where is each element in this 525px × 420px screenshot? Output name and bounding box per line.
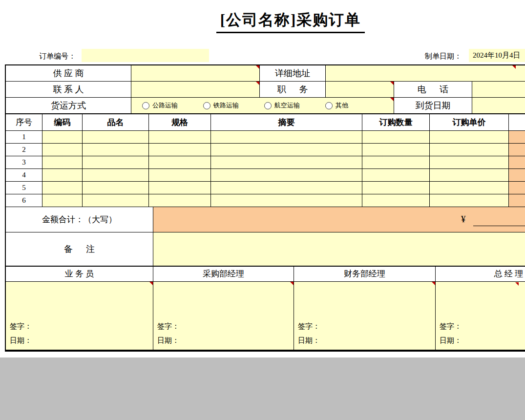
sign-label: 签字： bbox=[157, 322, 179, 330]
signature-box-purchasing[interactable]: 签字： 日期： bbox=[153, 282, 294, 350]
item-cell[interactable] bbox=[211, 169, 362, 182]
order-no-input[interactable] bbox=[82, 49, 209, 62]
arrival-date-label: 到货日期 bbox=[394, 98, 472, 114]
item-cell[interactable] bbox=[149, 131, 211, 144]
item-cell[interactable] bbox=[83, 194, 149, 207]
supplier-input[interactable] bbox=[131, 65, 260, 82]
approver-purchasing-label: 采购部经理 bbox=[153, 266, 294, 282]
amount-cell bbox=[509, 156, 525, 169]
sheet-background bbox=[0, 357, 525, 420]
item-cell[interactable] bbox=[362, 156, 430, 169]
item-row-number: 5 bbox=[6, 182, 42, 194]
item-cell[interactable] bbox=[430, 169, 509, 182]
item-cell[interactable] bbox=[430, 144, 509, 156]
item-cell[interactable] bbox=[42, 156, 83, 169]
item-cell[interactable] bbox=[211, 156, 362, 169]
comment-marker bbox=[515, 282, 519, 286]
item-cell[interactable] bbox=[211, 144, 362, 156]
item-cell[interactable] bbox=[149, 194, 211, 207]
phone-input[interactable] bbox=[472, 82, 525, 98]
radio-label: 其他 bbox=[336, 101, 348, 110]
order-no-label: 订单编号： bbox=[39, 52, 76, 61]
item-cell[interactable] bbox=[149, 144, 211, 156]
total-label: 金额合计：（大写） bbox=[6, 207, 153, 232]
item-cell[interactable] bbox=[211, 182, 362, 194]
approver-salesman-label: 业 务 员 bbox=[6, 266, 153, 282]
shipping-radio-rail[interactable]: 铁路运输 bbox=[203, 101, 239, 110]
item-cell[interactable] bbox=[42, 144, 83, 156]
signature-box-gm[interactable]: 签字： 日期： bbox=[436, 282, 525, 350]
date-value: 2024年10月4日 bbox=[473, 51, 521, 60]
radio-icon[interactable] bbox=[203, 102, 210, 109]
amount-cell bbox=[509, 131, 525, 144]
radio-icon[interactable] bbox=[325, 102, 333, 109]
item-cell[interactable] bbox=[83, 156, 149, 169]
item-cell[interactable] bbox=[83, 182, 149, 194]
item-row-number: 2 bbox=[6, 144, 42, 156]
item-header-name: 品名 bbox=[83, 114, 149, 131]
radio-icon[interactable] bbox=[142, 102, 149, 109]
sign-label: 签字： bbox=[298, 322, 320, 330]
comment-marker bbox=[256, 65, 259, 69]
item-cell[interactable] bbox=[149, 156, 211, 169]
phone-label: 电 话 bbox=[394, 82, 472, 98]
item-cell[interactable] bbox=[362, 131, 430, 144]
currency-symbol: ¥ bbox=[461, 214, 466, 225]
purchase-order-form: 供 应 商 详细地址 联 系 人 职 务 电 话 货运方式 公路运输 铁路运输 bbox=[5, 64, 525, 352]
page-title: [公司名称]采购订单 bbox=[0, 10, 525, 33]
item-cell[interactable] bbox=[42, 182, 83, 194]
contact-input[interactable] bbox=[131, 82, 260, 98]
item-cell[interactable] bbox=[83, 131, 149, 144]
item-cell[interactable] bbox=[42, 169, 83, 182]
item-cell[interactable] bbox=[430, 156, 509, 169]
radio-icon[interactable] bbox=[264, 102, 272, 109]
comment-marker bbox=[390, 98, 394, 101]
sign-date-label: 日期： bbox=[440, 336, 462, 344]
item-header-code: 编码 bbox=[42, 114, 83, 131]
date-input[interactable]: 2024年10月4日 bbox=[469, 49, 525, 62]
item-cell[interactable] bbox=[211, 131, 362, 144]
item-row-number: 3 bbox=[6, 156, 42, 169]
item-cell[interactable] bbox=[149, 182, 211, 194]
comment-marker bbox=[256, 82, 259, 85]
date-label: 制单日期： bbox=[425, 52, 462, 61]
item-cell[interactable] bbox=[362, 182, 430, 194]
item-row-number: 6 bbox=[6, 194, 42, 207]
address-input[interactable] bbox=[326, 65, 525, 82]
radio-label: 铁路运输 bbox=[213, 101, 239, 110]
shipping-radio-road[interactable]: 公路运输 bbox=[142, 101, 178, 110]
shipping-radio-air[interactable]: 航空运输 bbox=[264, 101, 300, 110]
supplier-label: 供 应 商 bbox=[6, 65, 131, 82]
item-row-number: 4 bbox=[6, 169, 42, 182]
comment-marker bbox=[149, 282, 153, 285]
signature-box-salesman[interactable]: 签字： 日期： bbox=[6, 282, 153, 350]
item-cell[interactable] bbox=[430, 182, 509, 194]
sign-label: 签字： bbox=[440, 322, 462, 330]
item-cell[interactable] bbox=[83, 144, 149, 156]
item-cell[interactable] bbox=[362, 169, 430, 182]
position-input[interactable] bbox=[326, 82, 394, 98]
item-cell[interactable] bbox=[83, 169, 149, 182]
item-header-spec: 规格 bbox=[149, 114, 211, 131]
shipping-radio-other[interactable]: 其他 bbox=[325, 101, 348, 110]
item-cell[interactable] bbox=[430, 131, 509, 144]
item-cell[interactable] bbox=[430, 194, 509, 207]
item-row-number: 1 bbox=[6, 131, 42, 144]
item-header-price: 订购单价 bbox=[430, 114, 509, 131]
amount-cell bbox=[509, 182, 525, 194]
amount-underline bbox=[473, 226, 525, 226]
signature-box-finance[interactable]: 签字： 日期： bbox=[294, 282, 436, 350]
comment-marker bbox=[432, 282, 435, 285]
amount-cell bbox=[509, 194, 525, 207]
remark-input[interactable] bbox=[153, 232, 525, 266]
item-cell[interactable] bbox=[42, 131, 83, 144]
shipping-label: 货运方式 bbox=[6, 98, 131, 114]
sign-date-label: 日期： bbox=[10, 336, 32, 344]
item-cell[interactable] bbox=[362, 194, 430, 207]
sign-date-label: 日期： bbox=[298, 336, 320, 344]
item-cell[interactable] bbox=[149, 169, 211, 182]
item-cell[interactable] bbox=[362, 144, 430, 156]
arrival-date-input[interactable] bbox=[472, 98, 525, 114]
item-cell[interactable] bbox=[42, 194, 83, 207]
item-cell[interactable] bbox=[211, 194, 362, 207]
